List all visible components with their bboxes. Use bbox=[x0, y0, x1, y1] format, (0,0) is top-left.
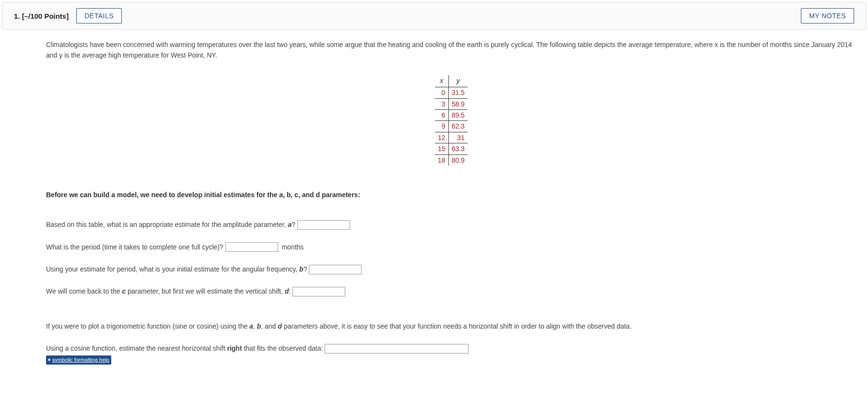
table-cell-x: 0 bbox=[435, 87, 448, 98]
plot-explanation: If you were to plot a trigonometric func… bbox=[46, 321, 856, 331]
q4-text-pre: We will come back to the bbox=[46, 287, 122, 295]
table-row: 962.3 bbox=[435, 121, 468, 132]
question-angular-frequency: Using your estimate for period, what is … bbox=[46, 264, 856, 274]
plot-param-d: d bbox=[278, 322, 282, 330]
table-header-x: x bbox=[435, 75, 448, 87]
my-notes-button[interactable]: MY NOTES bbox=[801, 8, 854, 24]
q1-text-post: ? bbox=[292, 221, 295, 228]
table-cell-x: 12 bbox=[435, 132, 448, 143]
header-left: 1. [–/100 Points] DETAILS bbox=[14, 8, 122, 24]
plot-sep1: , bbox=[253, 322, 257, 330]
q3-text-post: ? bbox=[304, 265, 307, 273]
question-horizontal-shift: Using a cosine function, estimate the ne… bbox=[46, 343, 856, 365]
plot-sep2: , and bbox=[261, 322, 278, 330]
table-row: 1563.3 bbox=[435, 143, 468, 154]
table-cell-y: 89.5 bbox=[448, 109, 468, 120]
table-row: 689.5 bbox=[435, 109, 468, 120]
table-row: 358.9 bbox=[435, 98, 468, 109]
table-row: 1231 bbox=[435, 132, 468, 143]
q3-param: b bbox=[299, 265, 304, 273]
table-cell-y: 58.9 bbox=[448, 98, 468, 109]
intro-text: Climatologists have been concerned with … bbox=[46, 39, 856, 61]
shift-q-bold: right bbox=[227, 344, 242, 352]
symbolic-formatting-help-link[interactable]: symbolic formatting help bbox=[46, 355, 111, 365]
table-cell-x: 6 bbox=[435, 109, 448, 120]
q3-text-pre: Using your estimate for period, what is … bbox=[46, 265, 299, 273]
horizontal-shift-input[interactable] bbox=[325, 344, 469, 354]
vertical-shift-input[interactable] bbox=[293, 287, 345, 296]
shift-q-post: that fits the observed data: bbox=[242, 344, 323, 352]
question-period: What is the period (time it takes to com… bbox=[46, 242, 856, 252]
table-cell-y: 31.5 bbox=[448, 87, 468, 98]
question-vertical-shift: We will come back to the c parameter, bu… bbox=[46, 286, 856, 296]
plot-text-post: parameters above, it is easy to see that… bbox=[282, 322, 632, 330]
question-amplitude: Based on this table, what is an appropri… bbox=[46, 219, 856, 230]
q1-param: a bbox=[288, 221, 292, 228]
table-row: 1880.9 bbox=[435, 154, 468, 166]
table-cell-y: 63.3 bbox=[448, 143, 468, 154]
table-cell-x: 9 bbox=[435, 121, 448, 132]
plot-text-pre: If you were to plot a trigonometric func… bbox=[46, 322, 249, 330]
data-table: x y 031.5358.9689.5962.312311563.31880.9 bbox=[435, 75, 468, 166]
angular-frequency-input[interactable] bbox=[309, 265, 362, 274]
q1-text-pre: Based on this table, what is an appropri… bbox=[46, 221, 288, 228]
plot-param-b: b bbox=[257, 322, 261, 330]
amplitude-input[interactable] bbox=[297, 220, 350, 230]
q2-text: What is the period (time it takes to com… bbox=[46, 243, 223, 251]
table-cell-x: 18 bbox=[435, 154, 448, 166]
question-content: Climatologists have been concerned with … bbox=[0, 30, 868, 386]
period-input[interactable] bbox=[225, 242, 278, 252]
table-cell-y: 31 bbox=[448, 132, 468, 143]
table-cell-y: 80.9 bbox=[448, 154, 468, 166]
q4-text-post: : bbox=[289, 287, 291, 295]
table-cell-x: 15 bbox=[435, 143, 448, 154]
question-header: 1. [–/100 Points] DETAILS MY NOTES bbox=[2, 2, 866, 30]
table-header-y: y bbox=[448, 75, 468, 87]
question-number-points: 1. [–/100 Points] bbox=[14, 12, 69, 20]
shift-q-pre: Using a cosine function, estimate the ne… bbox=[46, 344, 227, 352]
table-cell-y: 62.3 bbox=[448, 121, 468, 132]
table-row: 031.5 bbox=[435, 87, 468, 98]
data-table-wrapper: x y 031.5358.9689.5962.312311563.31880.9 bbox=[46, 75, 856, 166]
table-cell-x: 3 bbox=[435, 98, 448, 109]
q2-units: months bbox=[282, 243, 304, 251]
instruction-text: Before we can build a model, we need to … bbox=[46, 189, 856, 200]
q4-text-mid: parameter, but first we will estimate th… bbox=[126, 287, 284, 295]
plot-param-a: a bbox=[249, 322, 253, 330]
details-button[interactable]: DETAILS bbox=[76, 8, 122, 24]
